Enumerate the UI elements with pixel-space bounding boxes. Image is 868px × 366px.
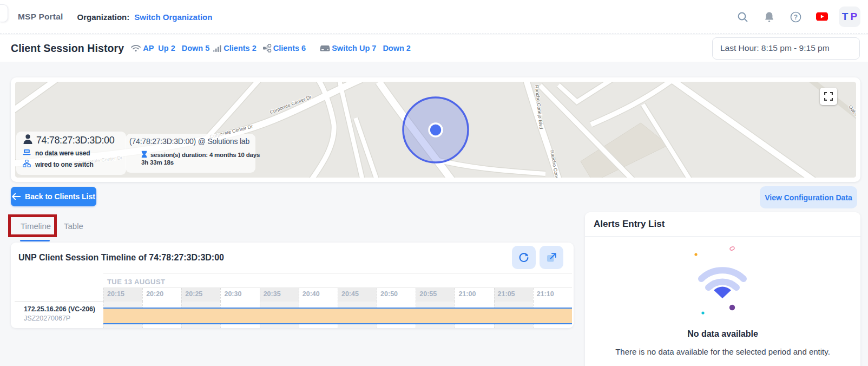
ap-wifi-icon bbox=[130, 44, 141, 53]
decor-dot-orange bbox=[694, 253, 697, 256]
timeline-grid: TUE 13 AUGUST 20:1520:2020:2520:3020:352… bbox=[15, 273, 572, 328]
person-icon bbox=[23, 134, 33, 147]
top-navigation-bar: MSP Portal Organization: Switch Organiza… bbox=[0, 0, 868, 34]
alerts-header-divider bbox=[585, 236, 860, 237]
tick-label: 20:30 bbox=[220, 288, 259, 302]
wired-clients-count[interactable]: Clients 6 bbox=[273, 44, 306, 53]
session-info-overlay: (74:78:27:3D:3D:00) @ Solutions lab sess… bbox=[126, 134, 255, 173]
alerts-entry-list-card: Alerts Entry List No data available Ther… bbox=[585, 212, 860, 366]
no-data-title: No data available bbox=[585, 329, 860, 339]
session-band[interactable] bbox=[103, 308, 572, 324]
tick-label: 20:40 bbox=[299, 288, 338, 302]
tick-label: 21:05 bbox=[494, 288, 533, 302]
client-mac-address: 74:78:27:3D:3D:00 bbox=[36, 135, 114, 146]
session-duration-row: session(s) duration: 4 months 10 days 3h… bbox=[141, 151, 255, 166]
wireless-clients-count[interactable]: Clients 2 bbox=[223, 44, 256, 53]
ap-down-count[interactable]: Down 5 bbox=[182, 44, 210, 53]
tick-label: 20:15 bbox=[103, 288, 142, 302]
tick-label: 20:45 bbox=[338, 288, 377, 302]
avatar-initial-first: T bbox=[842, 11, 849, 23]
page-title: Client Session History bbox=[11, 42, 124, 55]
search-icon[interactable] bbox=[737, 11, 748, 23]
client-session-history-page: MSP Portal Organization: Switch Organiza… bbox=[0, 0, 868, 366]
open-in-new-button[interactable] bbox=[540, 246, 563, 269]
avatar-initial-second: P bbox=[850, 11, 857, 23]
organization-label: Organization: bbox=[77, 12, 130, 22]
topbar-actions: ? T P bbox=[737, 6, 860, 27]
view-configuration-label: View Configuration Data bbox=[765, 193, 852, 202]
active-tab-indicator bbox=[20, 240, 50, 241]
wifi-glyph bbox=[701, 270, 744, 298]
signal-bars-icon bbox=[213, 44, 222, 53]
client-location-text: (74:78:27:3D:3D:00) @ Solutions lab bbox=[129, 137, 255, 146]
tick-label: 21:00 bbox=[455, 288, 494, 302]
no-data-message: There is no data available for the selec… bbox=[585, 347, 860, 356]
data-usage-text: no data were used bbox=[35, 149, 90, 157]
tick-label: 20:55 bbox=[416, 288, 455, 302]
session-timeline-card: UNP Client Session Timeline of 74:78:27:… bbox=[11, 243, 574, 328]
tick-label: 20:50 bbox=[377, 288, 416, 302]
location-accuracy-circle bbox=[403, 97, 468, 162]
tab-table[interactable]: Table bbox=[64, 221, 83, 231]
svg-text:?: ? bbox=[793, 13, 797, 21]
map-canvas[interactable]: Corporate Center Dr Corporate Center Dr … bbox=[15, 82, 856, 178]
hourglass-icon bbox=[141, 151, 147, 158]
alerts-card-title: Alerts Entry List bbox=[594, 219, 665, 230]
session-duration-line2: 3h 33m 18s bbox=[141, 159, 174, 166]
device-serial-label: JSZ20270067P bbox=[24, 315, 103, 322]
location-marker-dot bbox=[429, 123, 442, 136]
tick-label: 20:35 bbox=[260, 288, 299, 302]
refresh-button[interactable] bbox=[512, 246, 536, 269]
client-info-overlay: 74:78:27:3D:3D:00 no data were used wire… bbox=[16, 132, 126, 175]
data-usage-row: no data were used bbox=[23, 149, 126, 158]
refresh-icon bbox=[518, 252, 530, 264]
switch-icon bbox=[320, 44, 330, 53]
decor-dot-purple bbox=[729, 305, 735, 310]
map-fullscreen-button[interactable] bbox=[820, 88, 837, 105]
tick-label: 21:10 bbox=[533, 288, 572, 302]
timeline-card-title: UNP Client Session Timeline of 74:78:27:… bbox=[18, 253, 224, 263]
decor-ring-pink bbox=[729, 246, 735, 251]
timeline-day-header: TUE 13 AUGUST bbox=[107, 278, 165, 286]
ap-up-count[interactable]: Up 2 bbox=[158, 44, 175, 53]
view-configuration-button[interactable]: View Configuration Data bbox=[760, 186, 857, 208]
notifications-bell-icon[interactable] bbox=[763, 11, 775, 23]
wired-status-row: wired to one switch bbox=[23, 160, 126, 169]
user-avatar[interactable]: T P bbox=[839, 6, 860, 27]
page-header-bar: Client Session History AP Up 2 Down 5 Cl… bbox=[0, 35, 868, 62]
back-to-clients-button[interactable]: Back to Clients List bbox=[11, 187, 96, 206]
youtube-icon[interactable] bbox=[816, 11, 828, 23]
time-range-selector[interactable]: Last Hour: 8:15 pm - 9:15 pm bbox=[712, 37, 860, 60]
tick-label: 20:20 bbox=[142, 288, 181, 302]
organization-switcher: Organization: Switch Organization bbox=[77, 12, 213, 22]
sidebar-handle[interactable] bbox=[0, 4, 8, 22]
no-data-wifi-illustration bbox=[641, 241, 804, 324]
network-hub-icon bbox=[23, 160, 31, 169]
help-icon[interactable]: ? bbox=[790, 11, 801, 23]
arrow-left-icon bbox=[12, 193, 21, 200]
annotation-highlight-box bbox=[8, 214, 57, 237]
device-ip-label: 172.25.16.206 (VC-206) bbox=[24, 305, 103, 313]
timeline-row-label: 172.25.16.206 (VC-206) JSZ20270067P bbox=[15, 301, 103, 328]
open-in-new-icon bbox=[545, 252, 557, 264]
time-range-value: Last Hour: 8:15 pm - 9:15 pm bbox=[720, 43, 830, 53]
timeline-day-row: TUE 13 AUGUST bbox=[103, 274, 572, 288]
client-location-map-card: Corporate Center Dr Corporate Center Dr … bbox=[11, 77, 860, 182]
timeline-tick-row: 20:1520:2020:2520:3020:3520:4020:4520:50… bbox=[103, 288, 572, 302]
session-duration-line1: session(s) duration: 4 months 10 days bbox=[150, 152, 260, 158]
back-to-clients-label: Back to Clients List bbox=[25, 192, 95, 201]
org-status-summary: AP Up 2 Down 5 Clients 2 Clients 6 Switc… bbox=[130, 44, 411, 53]
app-title: MSP Portal bbox=[18, 12, 63, 22]
switch-down-count[interactable]: Down 2 bbox=[383, 44, 411, 53]
wired-status-text: wired to one switch bbox=[35, 161, 94, 168]
wired-clients-icon bbox=[262, 44, 272, 53]
decor-dot-cyan bbox=[701, 311, 704, 314]
ap-label[interactable]: AP bbox=[143, 44, 154, 53]
tick-label: 20:25 bbox=[181, 288, 220, 302]
switch-up-count[interactable]: Switch Up 7 bbox=[332, 44, 376, 53]
organization-link[interactable]: Switch Organization bbox=[134, 12, 212, 22]
laptop-icon bbox=[23, 149, 31, 158]
